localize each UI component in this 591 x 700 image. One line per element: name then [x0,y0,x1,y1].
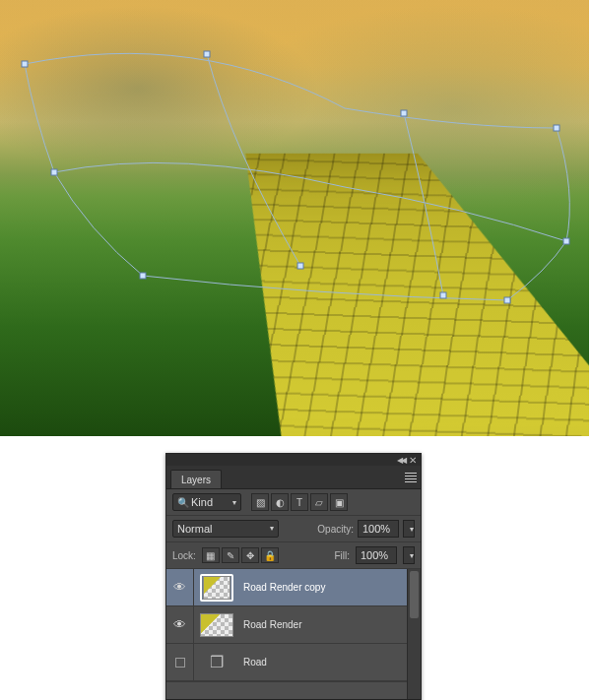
layer-row[interactable]: ❒ Road [166,644,421,681]
chevron-down-icon: ▾ [406,525,414,534]
panel-menu-button[interactable] [405,471,417,484]
blend-mode-value: Normal [177,523,212,535]
cube-3d-icon: ❒ [210,653,224,671]
chevron-down-icon: ▾ [406,551,414,560]
layer-row[interactable]: 👁 Road Render [166,606,421,644]
panel-titlebar: ◀◀ ✕ [166,454,421,466]
eye-icon: 👁 [173,580,186,595]
opacity-input[interactable]: 100% [358,520,399,538]
panel-tabs: Layers [166,466,421,489]
lock-position-icon[interactable]: ✥ [241,547,259,563]
layer-name[interactable]: Road Render [239,619,301,630]
blend-opacity-row: Normal ▾ Opacity: 100% ▾ [166,516,421,542]
layer-thumbnail[interactable] [200,611,233,639]
layer-name[interactable]: Road Render copy [239,582,325,593]
document-canvas[interactable] [0,0,589,436]
filter-label: Kind [191,496,213,508]
blend-mode-select[interactable]: Normal ▾ [172,520,279,538]
filter-type-icon[interactable]: T [291,493,308,511]
layer-thumbnail[interactable]: ❒ [200,649,233,676]
scrollbar[interactable] [407,569,421,699]
opacity-label: Opacity: [317,524,354,535]
fill-input[interactable]: 100% [356,546,397,564]
visibility-toggle[interactable]: 👁 [166,569,194,605]
filter-type-buttons: ▨ ◐ T ▱ ▣ [251,493,348,511]
lock-all-icon[interactable]: 🔒 [261,547,279,563]
tab-layers[interactable]: Layers [170,470,222,488]
opacity-slider-toggle[interactable]: ▾ [403,520,415,538]
filter-adjustment-icon[interactable]: ◐ [271,493,289,511]
collapse-panel-icon[interactable]: ◀◀ [397,456,405,465]
fill-slider-toggle[interactable]: ▾ [403,546,415,564]
scrollbar-thumb[interactable] [410,571,419,618]
chevron-down-icon: ▾ [266,524,274,533]
filter-shape-icon[interactable]: ▱ [310,493,328,511]
search-icon: 🔍 [177,497,189,508]
filter-type-select[interactable]: 🔍 Kind ▾ [172,493,241,511]
layers-panel: ◀◀ ✕ Layers 🔍 Kind ▾ ▨ ◐ T ▱ ▣ Normal ▾ … [165,453,422,700]
lock-label: Lock: [172,550,196,561]
layer-row[interactable]: 👁 Road Render copy [166,569,421,606]
layer-thumbnail[interactable] [200,574,233,602]
lock-fill-row: Lock: ▦ ✎ ✥ 🔒 Fill: 100% ▾ [166,542,421,569]
fill-label: Fill: [334,550,350,561]
close-panel-icon[interactable]: ✕ [409,455,417,466]
eye-icon: 👁 [173,617,186,632]
filter-pixel-icon[interactable]: ▨ [251,493,269,511]
layers-list: 👁 Road Render copy 👁 Road Render ❒ Road [166,569,421,699]
filter-smartobject-icon[interactable]: ▣ [330,493,348,511]
layer-name[interactable]: Road [239,657,267,668]
layers-empty-area [166,681,421,699]
filter-row: 🔍 Kind ▾ ▨ ◐ T ▱ ▣ [166,489,421,516]
visibility-toggle[interactable]: 👁 [166,606,194,643]
visibility-toggle[interactable] [166,644,194,680]
lock-transparency-icon[interactable]: ▦ [202,547,220,563]
chevron-down-icon: ▾ [229,498,236,507]
lock-paint-icon[interactable]: ✎ [222,547,239,563]
